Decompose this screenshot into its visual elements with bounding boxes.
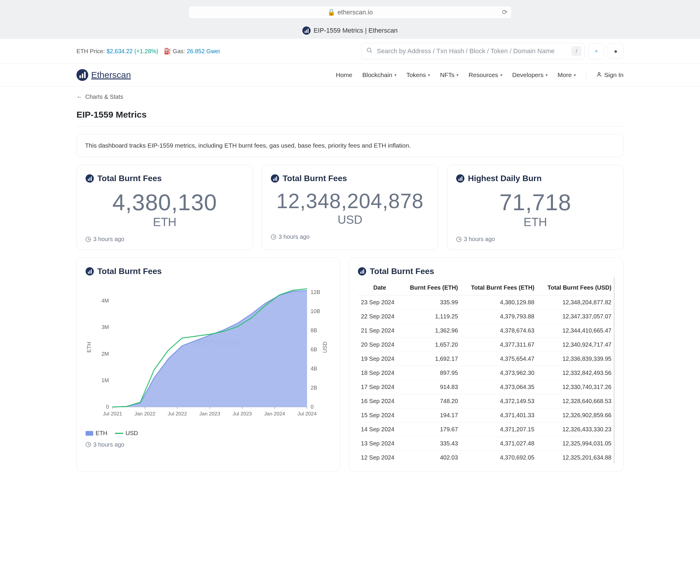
burnt-fees-chart: 01M2M3M4M02B4B6B8B10B12BJul 2021Jan 2022… — [86, 281, 331, 428]
etherscan-icon — [86, 267, 94, 275]
nav-divider — [586, 71, 586, 78]
nav-blockchain[interactable]: Blockchain▾ — [363, 71, 397, 78]
reload-icon[interactable]: ⟳ — [502, 9, 507, 16]
svg-text:4M: 4M — [101, 298, 109, 304]
metric-card-burnt-eth: Total Burnt Fees 4,380,130 ETH 3 hours a… — [76, 165, 253, 250]
chart-card-burnt-fees: Total Burnt Fees 01M2M3M4M02B4B6B8B10B12… — [76, 258, 340, 472]
table-row: 13 Sep 2024335.434,371,027.4812,325,994,… — [358, 437, 614, 451]
svg-text:3M: 3M — [101, 324, 109, 330]
etherscan-icon — [456, 174, 465, 183]
table-cell: 12,336,839,339.95 — [537, 352, 614, 366]
table-cell: 4,371,207.15 — [461, 422, 537, 437]
address-bar[interactable]: 🔒 etherscan.io ⟳ — [188, 6, 512, 19]
slash-shortcut: / — [572, 46, 582, 56]
nav-nfts[interactable]: NFTs▾ — [440, 71, 459, 78]
ethereum-icon: ◆ — [614, 49, 617, 54]
svg-point-0 — [367, 48, 371, 52]
table-cell: 12,328,640,668.53 — [537, 394, 614, 408]
tab-title: EIP-1559 Metrics | Etherscan — [0, 24, 700, 39]
nav-developers[interactable]: Developers▾ — [512, 71, 548, 78]
table-cell: 4,371,401.33 — [461, 408, 537, 422]
top-strip: ETH Price: $2,634.22 (+1.28%) ⛽ Gas: 26.… — [0, 39, 700, 64]
table-row: 21 Sep 20241,362.964,378,674.6312,344,41… — [358, 324, 614, 338]
svg-text:Jul 2024: Jul 2024 — [297, 411, 317, 417]
svg-text:Jan 2023: Jan 2023 — [199, 411, 220, 417]
table-row: 16 Sep 2024748.204,372,149.5312,328,640,… — [358, 394, 614, 408]
svg-line-1 — [371, 51, 372, 53]
gas-label: Gas: — [173, 48, 185, 54]
table-cell: 12,325,201,634.88 — [537, 451, 614, 465]
nav-home[interactable]: Home — [336, 71, 353, 78]
table-cell: 4,373,064.35 — [461, 380, 537, 394]
svg-text:Jul 2023: Jul 2023 — [233, 411, 252, 417]
etherscan-favicon-icon — [302, 26, 310, 35]
metric-card-burnt-usd: Total Burnt Fees 12,348,204,878 USD 3 ho… — [262, 165, 438, 250]
legend-usd[interactable]: USD — [115, 430, 138, 437]
eth-price-link[interactable]: $2,634.22 (+1.28%) — [106, 48, 158, 54]
tab-title-text: EIP-1559 Metrics | Etherscan — [313, 27, 398, 34]
sign-in-link[interactable]: Sign In — [596, 71, 624, 79]
theme-toggle-button[interactable]: ☀ — [588, 43, 604, 59]
metric-card-highest-burn: Highest Daily Burn 71,718 ETH 3 hours ag… — [447, 165, 624, 250]
table-cell: 4,373,962.30 — [461, 366, 537, 380]
etherscan-icon — [271, 174, 279, 183]
card-title-text: Total Burnt Fees — [370, 267, 434, 276]
table-cell: 4,371,027.48 — [461, 437, 537, 451]
table-cell: 4,380,129.88 — [461, 295, 537, 310]
svg-text:Jan 2022: Jan 2022 — [134, 411, 155, 417]
table-row: 19 Sep 20241,692.174,375,654.4712,336,83… — [358, 352, 614, 366]
updated-text: 3 hours ago — [464, 236, 495, 243]
sun-icon: ☀ — [594, 49, 598, 54]
svg-text:2B: 2B — [310, 385, 317, 391]
table-row: 12 Sep 2024402.034,370,692.0512,325,201,… — [358, 451, 614, 465]
nav-resources[interactable]: Resources▾ — [469, 71, 502, 78]
svg-text:USD: USD — [322, 342, 328, 353]
sign-in-label: Sign In — [604, 71, 624, 78]
logo[interactable]: Etherscan — [76, 69, 131, 81]
gas-link[interactable]: 26.852 Gwei — [187, 48, 220, 54]
chart-area[interactable]: 01M2M3M4M02B4B6B8B10B12BJul 2021Jan 2022… — [86, 281, 331, 428]
description-text: This dashboard tracks EIP-1559 metrics, … — [85, 142, 411, 149]
svg-text:12B: 12B — [310, 289, 320, 295]
table-header[interactable]: Total Burnt Fees (USD) — [537, 280, 614, 295]
search-box[interactable]: / — [361, 43, 585, 59]
table-cell: 20 Sep 2024 — [358, 338, 401, 352]
metric-value: 12,348,204,878 — [271, 191, 429, 211]
table-card-burnt-fees: Total Burnt Fees DateBurnt Fees (ETH)Tot… — [349, 258, 624, 472]
clock-icon — [456, 237, 462, 242]
legend-eth[interactable]: ETH — [86, 430, 107, 437]
card-title-text: Total Burnt Fees — [283, 174, 347, 183]
table-scroll[interactable]: DateBurnt Fees (ETH)Total Burnt Fees (ET… — [358, 276, 614, 464]
table-cell: 15 Sep 2024 — [358, 408, 401, 422]
svg-text:8B: 8B — [310, 327, 317, 333]
table-row: 23 Sep 2024335.994,380,129.8812,348,204,… — [358, 295, 614, 310]
nav-more[interactable]: More▾ — [558, 71, 576, 78]
price-gas-bar: ETH Price: $2,634.22 (+1.28%) ⛽ Gas: 26.… — [76, 48, 220, 55]
table-cell: 18 Sep 2024 — [358, 366, 401, 380]
clock-icon — [271, 234, 276, 240]
metric-unit: ETH — [86, 216, 244, 229]
network-button[interactable]: ◆ — [608, 43, 624, 59]
search-input[interactable] — [376, 47, 568, 55]
table-header[interactable]: Burnt Fees (ETH) — [402, 280, 461, 295]
table-cell: 897.95 — [402, 366, 461, 380]
gas-icon: ⛽ — [164, 48, 171, 54]
eth-price-change: (+1.28%) — [134, 48, 158, 54]
table-header[interactable]: Date — [358, 280, 401, 295]
eth-price-value: $2,634.22 — [106, 48, 133, 54]
card-title-text: Highest Daily Burn — [468, 174, 542, 183]
logo-text: Etherscan — [91, 70, 131, 80]
table-cell: 17 Sep 2024 — [358, 380, 401, 394]
table-header[interactable]: Total Burnt Fees (ETH) — [461, 280, 537, 295]
etherscan-icon — [358, 267, 366, 275]
eth-price-label: ETH Price: — [76, 48, 105, 54]
table-row: 14 Sep 2024179.674,371,207.1512,326,433,… — [358, 422, 614, 437]
metric-cards-row: Total Burnt Fees 4,380,130 ETH 3 hours a… — [76, 165, 624, 250]
main-nav: Etherscan Home Blockchain▾ Tokens▾ NFTs▾… — [0, 64, 700, 86]
nav-tokens[interactable]: Tokens▾ — [407, 71, 430, 78]
table-cell: 16 Sep 2024 — [358, 394, 401, 408]
breadcrumb-back[interactable]: ← Charts & Stats — [76, 93, 123, 100]
svg-text:ETH: ETH — [86, 342, 92, 353]
metric-value: 4,380,130 — [86, 191, 244, 214]
table-cell: 12,347,337,057.07 — [537, 310, 614, 324]
